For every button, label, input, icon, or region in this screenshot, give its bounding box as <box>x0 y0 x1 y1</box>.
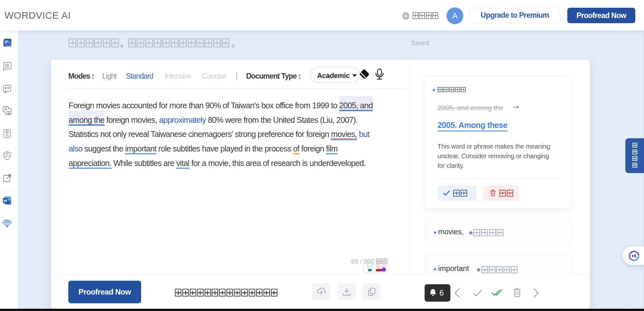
svg-text:W: W <box>4 199 7 203</box>
